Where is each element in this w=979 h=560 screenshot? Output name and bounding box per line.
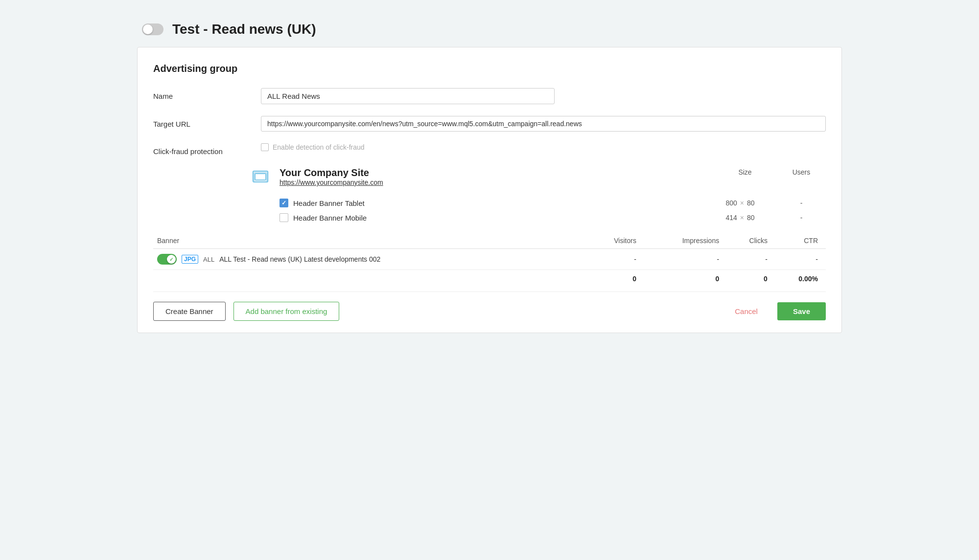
cancel-button[interactable]: Cancel xyxy=(723,302,769,320)
total-clicks: 0 xyxy=(727,270,775,288)
all-tag: ALL xyxy=(203,256,214,263)
target-url-row: Target URL xyxy=(153,116,826,132)
banner-mobile-name: Header Banner Mobile xyxy=(293,214,703,222)
banner-row-name: ALL Test - Read news (UK) Latest develop… xyxy=(219,255,380,263)
main-card: Advertising group Name Target URL Click-… xyxy=(137,47,842,333)
banner-tablet-name: Header Banner Tablet xyxy=(293,199,703,207)
row-visitors: - xyxy=(588,249,644,270)
banner-tablet-height: 80 xyxy=(747,199,755,207)
banner-tablet-checkbox[interactable] xyxy=(280,199,288,207)
site-section: Your Company Site https://www.yourcompan… xyxy=(251,167,826,225)
col-visitors: Visitors xyxy=(588,233,644,249)
row-impressions: - xyxy=(644,249,727,270)
checkmark-icon: ✓ xyxy=(169,257,173,262)
page-toggle[interactable] xyxy=(142,23,163,35)
row-clicks: - xyxy=(727,249,775,270)
total-ctr: 0.00% xyxy=(775,270,826,288)
banner-item-mobile: Header Banner Mobile 414 × 80 - xyxy=(280,210,826,225)
svg-rect-1 xyxy=(255,174,266,180)
row-ctr: - xyxy=(775,249,826,270)
name-input[interactable] xyxy=(261,88,555,104)
banner-tablet-width: 800 xyxy=(725,199,737,207)
jpg-badge: JPG xyxy=(182,255,198,264)
site-icon xyxy=(251,167,272,190)
banner-tablet-users: - xyxy=(777,199,826,207)
site-name: Your Company Site xyxy=(280,167,705,179)
total-visitors: 0 xyxy=(588,270,644,288)
click-fraud-row: Click-fraud protection Enable detection … xyxy=(153,143,826,156)
totals-row: 0 0 0 0.00% xyxy=(153,270,826,288)
banner-items: Header Banner Tablet 800 × 80 - Header B… xyxy=(251,196,826,225)
site-info: Your Company Site https://www.yourcompan… xyxy=(280,167,705,186)
target-url-input[interactable] xyxy=(261,116,826,132)
banner-mobile-checkbox[interactable] xyxy=(280,213,288,222)
site-url: https://www.yourcompanysite.com xyxy=(280,179,705,186)
banner-item-tablet: Header Banner Tablet 800 × 80 - xyxy=(280,196,826,210)
create-banner-button[interactable]: Create Banner xyxy=(153,302,226,321)
banner-mobile-width: 414 xyxy=(725,214,737,222)
click-fraud-label: Click-fraud protection xyxy=(153,143,261,156)
banner-toggle[interactable]: ✓ xyxy=(157,254,177,265)
size-header: Size xyxy=(713,168,777,176)
col-clicks: Clicks xyxy=(727,233,775,249)
footer-actions: Create Banner Add banner from existing C… xyxy=(153,291,826,333)
name-label: Name xyxy=(153,88,261,100)
add-existing-button[interactable]: Add banner from existing xyxy=(233,302,340,321)
banner-cell: ✓ JPG ALL ALL Test - Read news (UK) Late… xyxy=(157,254,581,265)
click-fraud-checkbox[interactable] xyxy=(261,143,269,151)
click-fraud-checkbox-row: Enable detection of click-fraud xyxy=(261,143,365,151)
col-banner: Banner xyxy=(153,233,588,249)
banner-mobile-users: - xyxy=(777,214,826,222)
col-impressions: Impressions xyxy=(644,233,727,249)
save-button[interactable]: Save xyxy=(777,302,826,320)
table-row: ✓ JPG ALL ALL Test - Read news (UK) Late… xyxy=(153,249,826,270)
page-title: Test - Read news (UK) xyxy=(172,22,316,37)
total-impressions: 0 xyxy=(644,270,727,288)
section-title: Advertising group xyxy=(153,63,826,74)
banner-mobile-height: 80 xyxy=(747,214,755,222)
target-url-label: Target URL xyxy=(153,116,261,128)
name-row: Name xyxy=(153,88,826,104)
times-icon-1: × xyxy=(740,199,744,207)
users-header: Users xyxy=(777,168,826,176)
banner-table: Banner Visitors Impressions Clicks CTR ✓ xyxy=(153,233,826,288)
click-fraud-text: Enable detection of click-fraud xyxy=(273,143,365,151)
col-ctr: CTR xyxy=(775,233,826,249)
times-icon-2: × xyxy=(740,214,744,222)
